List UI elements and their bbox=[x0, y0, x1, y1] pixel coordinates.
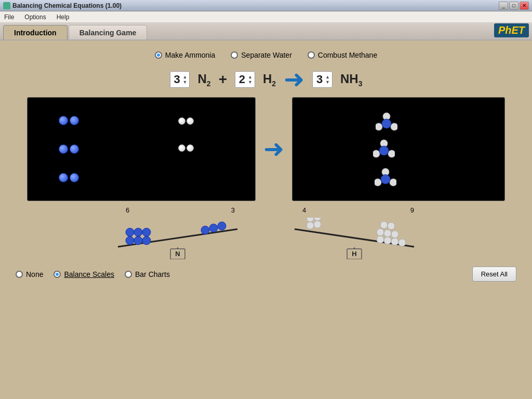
svg-point-33 bbox=[377, 236, 384, 243]
white-dot bbox=[187, 144, 194, 152]
h2-molecule-2 bbox=[178, 144, 194, 152]
svg-point-3 bbox=[382, 119, 391, 128]
minimize-button[interactable]: _ bbox=[499, 2, 508, 10]
app-icon bbox=[3, 2, 10, 9]
blue-dot bbox=[70, 144, 79, 154]
scale-h: 4 9 H bbox=[287, 206, 422, 261]
svg-point-40 bbox=[380, 221, 388, 229]
phet-logo: PhET bbox=[494, 23, 529, 37]
chemical-equation: 3 ▲ ▼ N2 + 2 ▲ ▼ H2 ➜ 3 ▲ ▼ NH3 bbox=[10, 67, 522, 92]
maximize-button[interactable]: □ bbox=[509, 2, 518, 10]
blue-dot bbox=[59, 173, 68, 182]
blue-dot bbox=[59, 116, 68, 125]
n2-molecule-3 bbox=[59, 173, 79, 182]
svg-point-21 bbox=[142, 228, 151, 236]
svg-point-19 bbox=[126, 228, 134, 236]
visualization-row: ➜ bbox=[10, 97, 522, 201]
menu-file[interactable]: File bbox=[2, 12, 16, 22]
coeff-nh3: 3 ▲ ▼ bbox=[312, 71, 332, 88]
svg-point-11 bbox=[381, 175, 390, 184]
coeff-h2-value: 2 bbox=[237, 73, 247, 86]
main-content: Make Ammonia Separate Water Combust Meth… bbox=[0, 41, 532, 399]
products-panel bbox=[292, 97, 505, 201]
radio-separate-water[interactable] bbox=[231, 51, 238, 59]
coeff-nh3-up[interactable]: ▲ bbox=[325, 74, 330, 79]
svg-text:H: H bbox=[352, 250, 356, 258]
molecule-h2: H2 bbox=[263, 72, 276, 88]
menu-options[interactable]: Options bbox=[22, 12, 48, 22]
radio-balance-scales[interactable] bbox=[54, 271, 61, 278]
svg-point-31 bbox=[307, 218, 314, 222]
svg-point-39 bbox=[391, 231, 398, 238]
coeff-nh3-arrows[interactable]: ▲ ▼ bbox=[325, 74, 330, 85]
svg-point-30 bbox=[314, 221, 321, 228]
option-separate-water[interactable]: Separate Water bbox=[231, 51, 292, 59]
view-option-none[interactable]: None bbox=[16, 270, 43, 278]
svg-point-2 bbox=[391, 123, 397, 130]
titlebar-left: Balancing Chemical Equations (1.00) bbox=[3, 2, 122, 9]
svg-point-18 bbox=[142, 236, 151, 245]
menu-help[interactable]: Help bbox=[55, 12, 72, 22]
scale-h-svg: H bbox=[287, 218, 422, 259]
option-combust-methane[interactable]: Combust Methane bbox=[308, 51, 377, 59]
menubar: File Options Help bbox=[0, 11, 532, 23]
svg-point-41 bbox=[388, 222, 395, 230]
view-option-balance-scales[interactable]: Balance Scales bbox=[54, 270, 114, 278]
svg-point-29 bbox=[307, 222, 314, 229]
view-option-bar-charts[interactable]: Bar Charts bbox=[125, 270, 170, 278]
coeff-h2-down[interactable]: ▼ bbox=[248, 79, 252, 85]
svg-point-17 bbox=[134, 236, 142, 245]
titlebar-title: Balancing Chemical Equations (1.00) bbox=[12, 2, 122, 9]
nh3-molecule-2 bbox=[373, 139, 395, 161]
coeff-n2-arrows[interactable]: ▲ ▼ bbox=[183, 74, 188, 85]
svg-point-32 bbox=[314, 218, 321, 221]
coeff-n2-up[interactable]: ▲ bbox=[183, 74, 188, 79]
radio-combust-methane[interactable] bbox=[308, 51, 315, 59]
coeff-n2-down[interactable]: ▼ bbox=[183, 79, 188, 85]
svg-point-24 bbox=[218, 222, 226, 230]
n2-molecule-2 bbox=[59, 144, 79, 154]
svg-point-20 bbox=[134, 228, 142, 236]
n2-molecule-1 bbox=[59, 116, 79, 125]
nh3-molecule-1 bbox=[376, 112, 397, 134]
white-dot bbox=[178, 144, 185, 152]
tab-introduction[interactable]: Introduction bbox=[3, 25, 68, 39]
reaction-arrow: ➜ bbox=[284, 67, 304, 92]
equation-selector: Make Ammonia Separate Water Combust Meth… bbox=[10, 51, 522, 59]
coeff-h2-arrows[interactable]: ▲ ▼ bbox=[248, 74, 252, 85]
option-make-ammonia[interactable]: Make Ammonia bbox=[155, 51, 215, 59]
radio-bar-charts[interactable] bbox=[125, 271, 132, 278]
scales-row: 6 3 N bbox=[10, 206, 522, 261]
nh3-molecule-3 bbox=[375, 168, 396, 190]
view-options: None Balance Scales Bar Charts bbox=[16, 270, 170, 278]
scale-n-right-count: 3 bbox=[231, 206, 235, 214]
blue-dot bbox=[70, 116, 79, 125]
coeff-nh3-value: 3 bbox=[315, 73, 324, 86]
svg-point-4 bbox=[373, 150, 380, 157]
close-button[interactable]: ✕ bbox=[520, 2, 529, 10]
blue-dot bbox=[70, 173, 79, 182]
svg-point-6 bbox=[388, 150, 395, 157]
svg-point-8 bbox=[375, 179, 381, 186]
scale-n-svg: N bbox=[110, 218, 245, 259]
scale-h-left-count: 4 bbox=[302, 206, 306, 214]
radio-make-ammonia[interactable] bbox=[155, 51, 162, 59]
svg-point-34 bbox=[384, 237, 391, 244]
h2-molecule-1 bbox=[178, 117, 194, 125]
svg-point-38 bbox=[384, 230, 391, 237]
bottom-controls: None Balance Scales Bar Charts Reset All bbox=[10, 267, 522, 282]
svg-point-22 bbox=[201, 226, 209, 234]
titlebar-controls[interactable]: _ □ ✕ bbox=[499, 2, 529, 10]
svg-point-10 bbox=[390, 179, 396, 186]
coeff-h2-up[interactable]: ▲ bbox=[248, 74, 252, 79]
reactants-panel bbox=[27, 97, 256, 201]
tab-balancing-game[interactable]: Balancing Game bbox=[69, 25, 148, 39]
tabbar: Introduction Balancing Game PhET bbox=[0, 23, 532, 41]
coeff-nh3-down[interactable]: ▼ bbox=[325, 79, 330, 85]
scale-n-left-count: 6 bbox=[126, 206, 129, 214]
svg-point-36 bbox=[398, 239, 406, 246]
reset-all-button[interactable]: Reset All bbox=[472, 267, 516, 282]
coeff-h2: 2 ▲ ▼ bbox=[235, 71, 255, 88]
svg-point-23 bbox=[209, 224, 218, 232]
radio-none[interactable] bbox=[16, 271, 23, 278]
